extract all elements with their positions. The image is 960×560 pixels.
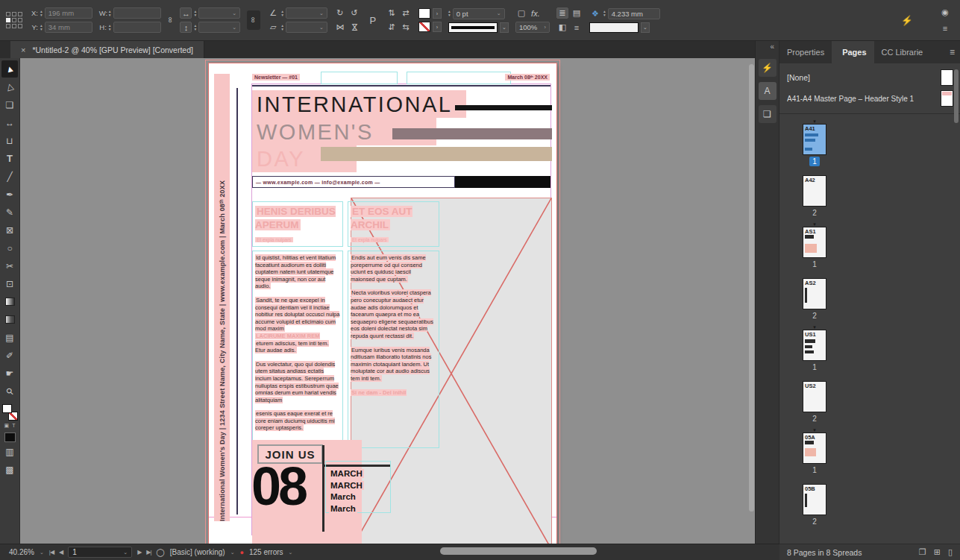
panel-scrollbar[interactable] (954, 69, 959, 123)
text-wrap-object-icon[interactable]: ◧ (556, 22, 568, 33)
cc-libraries-panel-icon[interactable]: ⚡ (759, 59, 777, 77)
page-thumbnail[interactable]: US1 (803, 330, 826, 360)
direct-selection-tool[interactable]: ▷ (1, 78, 18, 95)
master-thumbnail[interactable] (941, 70, 953, 85)
text-column-2[interactable]: ET EOS AUT ARCHIL Et expla nulpars Endis… (348, 201, 439, 448)
stepper-icon[interactable]: ▴▾ (194, 24, 196, 31)
apply-color-button[interactable] (4, 432, 16, 442)
stroke-style-chevron[interactable]: ⌄ (500, 22, 509, 33)
page-number[interactable]: 2 (809, 208, 820, 218)
eyedropper-tool[interactable]: ✐ (1, 347, 18, 364)
chevron-down-icon[interactable]: ⌄ (40, 550, 44, 556)
align-vertical-icon[interactable]: ⇵ (386, 22, 398, 33)
master-row-a41[interactable]: A41-A4 Master Page – Header Style 1 (779, 88, 960, 109)
formatting-text-icon[interactable]: T (12, 423, 15, 429)
next-page-icon[interactable]: ▶ (137, 549, 141, 556)
pencil-tool[interactable]: ✎ (1, 204, 18, 221)
reference-point-grid[interactable] (6, 12, 22, 28)
page-thumbnail[interactable]: US2 (803, 382, 826, 412)
column2-body-frame[interactable]: Endis aut eum venis dis same poreperrume… (348, 251, 439, 448)
distribute-vertical-icon[interactable]: ⇅ (386, 7, 398, 19)
page-thumbnail[interactable]: A41 (803, 125, 826, 154)
rotate-cw-icon[interactable]: ↻ (334, 7, 346, 19)
zoom-tool[interactable]: ⚲ (1, 383, 18, 400)
page-number-field[interactable]: 1 ⌄ (68, 547, 132, 558)
hand-tool[interactable]: ☛ (1, 365, 18, 382)
title-line-1[interactable]: INTERNATIONAL (257, 91, 452, 118)
newsletter-date-label[interactable]: March 08ᵗʰ 20XX (505, 74, 550, 81)
event-day-number[interactable]: 08 (251, 449, 305, 523)
ellipse-tool[interactable]: ○ (1, 239, 18, 257)
screen-mode-icon[interactable]: ▩ (1, 461, 18, 478)
error-count[interactable]: 125 errors (249, 548, 283, 556)
gradient-feather-tool[interactable] (1, 311, 18, 328)
opacity-field[interactable]: 100%› (515, 22, 550, 33)
delete-page-icon[interactable]: ▯ (948, 547, 953, 557)
stroke-weight-field[interactable]: 0 pt⌄ (453, 8, 505, 19)
stepper-icon[interactable]: ▴▾ (109, 24, 111, 31)
document-tab[interactable]: × *Untitled-2 @ 40% [GPU Preview] [Conve… (10, 41, 204, 58)
page-number[interactable]: 2 (809, 517, 820, 526)
constrain-dimensions-icon[interactable]: ∞ (166, 17, 175, 23)
zoom-level[interactable]: 40.26% (9, 548, 34, 556)
width-field[interactable] (113, 7, 161, 19)
page-thumbnail[interactable]: 05A (803, 433, 826, 463)
selection-tool[interactable]: ► (1, 60, 18, 78)
fill-swatch[interactable] (2, 404, 12, 413)
horizontal-scrollbar[interactable] (440, 547, 597, 555)
stepper-icon[interactable]: ▴▾ (40, 24, 43, 31)
column1-heading-frame[interactable]: HENIS DERIBUS APERUM Et expla nulpars (252, 201, 343, 247)
line-tool[interactable]: ╱ (1, 168, 18, 185)
view-options-icon[interactable]: ▥ (1, 443, 18, 460)
fill-color-swatch[interactable] (418, 8, 430, 19)
frame-fitting-icon[interactable]: ❖ (589, 8, 601, 19)
flip-vertical-icon[interactable]: ⋈ (348, 22, 360, 34)
stepper-icon[interactable]: ▴▾ (109, 10, 111, 17)
previous-page-icon[interactable]: ◀ (59, 549, 63, 556)
flip-horizontal-icon[interactable]: ⋈ (334, 22, 346, 33)
control-bar-menu-icon[interactable]: ≡ (939, 23, 951, 34)
rectangle-frame-tool[interactable]: ⊠ (1, 221, 18, 239)
title-line-3[interactable]: DAY (257, 145, 305, 172)
page-number[interactable]: 1 (809, 362, 820, 372)
stepper-icon[interactable]: ▴▾ (194, 10, 196, 17)
edit-page-size-icon[interactable]: ❐ (919, 547, 926, 557)
gradient-tool[interactable] (1, 293, 18, 310)
page-thumbnail[interactable]: AS1 (803, 227, 826, 257)
newsletter-issue-label[interactable]: Newsletter — #01 (252, 74, 300, 81)
stroke-options-button[interactable]: › (433, 22, 442, 32)
page-thumbnail[interactable]: AS2 (803, 279, 826, 309)
last-page-icon[interactable]: ▶| (146, 549, 151, 556)
type-tool[interactable]: T (1, 150, 18, 167)
column2-heading-frame[interactable]: ET EOS AUT ARCHIL Et expla nulpars (348, 201, 439, 247)
free-transform-tool[interactable]: ⊡ (1, 275, 18, 292)
stepper-icon[interactable]: ▴▾ (40, 10, 43, 17)
stepper-icon[interactable]: ▴▾ (281, 10, 283, 17)
gear-icon[interactable]: ◉ (939, 7, 951, 18)
stepper-icon[interactable]: ▴▾ (281, 24, 283, 31)
chevron-down-icon[interactable]: ⌄ (289, 550, 293, 556)
swatch-dropdown-chevron[interactable]: ⌄ (641, 22, 650, 33)
canvas[interactable]: International Women's Day | 1234 Street … (20, 58, 755, 544)
first-page-icon[interactable]: |◀ (49, 549, 54, 556)
page-number[interactable]: 1 (809, 259, 820, 269)
align-horizontal-icon[interactable]: ⇆ (400, 22, 412, 33)
gpu-performance-icon[interactable]: ⚡ (901, 15, 913, 26)
transform-proxy-icon[interactable]: P (367, 15, 379, 26)
fill-options-button[interactable]: › (433, 8, 442, 19)
page-thumbnail[interactable]: A42 (803, 176, 826, 206)
new-page-icon[interactable]: ⊞ (934, 547, 941, 557)
rotate-ccw-icon[interactable]: ↺ (348, 7, 360, 19)
content-collector-tool[interactable]: ⊔ (1, 132, 18, 149)
pen-tool[interactable]: ✒ (1, 186, 18, 203)
note-tool[interactable]: ▤ (1, 329, 18, 346)
stroke-style-dropdown[interactable] (448, 22, 498, 33)
document-page[interactable]: International Women's Day | 1234 Street … (209, 63, 556, 544)
distribute-horizontal-icon[interactable]: ⇄ (400, 7, 412, 19)
text-wrap-jump-icon[interactable]: ≡ (571, 22, 583, 33)
contact-line[interactable]: — www.example.com — info@example.com — (252, 176, 455, 188)
chevron-down-icon[interactable]: ⌄ (230, 550, 235, 556)
height-field[interactable] (113, 22, 161, 33)
scale-y-field[interactable]: ⌄ (198, 22, 240, 33)
stroke-color-swatch[interactable] (418, 22, 430, 32)
